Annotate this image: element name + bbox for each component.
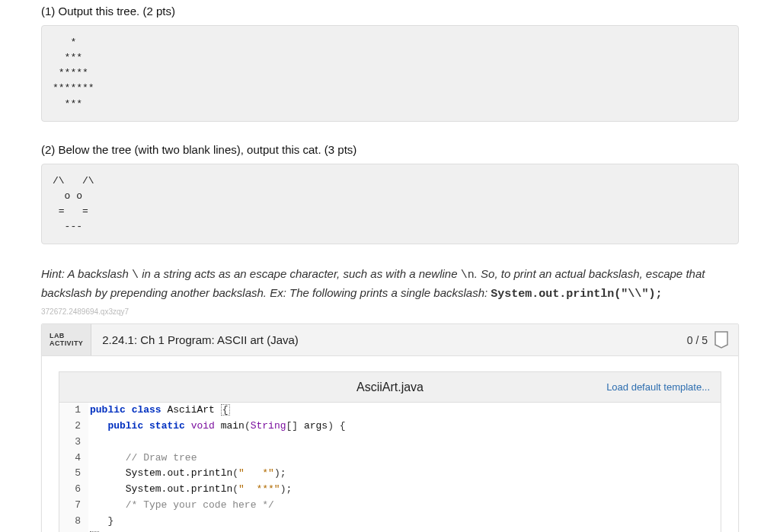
load-default-template-link[interactable]: Load default template... bbox=[606, 381, 721, 393]
line-number: 4 bbox=[59, 451, 88, 467]
code-line[interactable]: 4 // Draw tree bbox=[59, 451, 721, 467]
code-editor[interactable]: 1public class AsciiArt {2 public static … bbox=[59, 402, 721, 532]
code-line[interactable]: 1public class AsciiArt { bbox=[59, 403, 721, 419]
lab-header: LAB ACTIVITY 2.24.1: Ch 1 Program: ASCII… bbox=[42, 324, 738, 356]
code-line[interactable]: 7 /* Type your code here */ bbox=[59, 498, 721, 514]
code-text[interactable]: public static void main(String[] args) { bbox=[88, 419, 346, 435]
code-line[interactable]: 9} bbox=[59, 530, 721, 532]
hint-text: Hint: A backslash \ in a string acts as … bbox=[41, 266, 739, 303]
line-number: 1 bbox=[59, 403, 88, 419]
line-number: 3 bbox=[59, 435, 88, 451]
q1-output-box: * *** ***** ******* *** bbox=[41, 25, 739, 122]
line-number: 5 bbox=[59, 466, 88, 482]
code-text[interactable]: /* Type your code here */ bbox=[88, 498, 274, 514]
lab-activity-card: LAB ACTIVITY 2.24.1: Ch 1 Program: ASCII… bbox=[41, 323, 739, 532]
code-text[interactable]: } bbox=[88, 514, 113, 530]
bookmark-icon[interactable] bbox=[714, 331, 729, 349]
content-id: 372672.2489694.qx3zqy7 bbox=[41, 307, 739, 316]
code-line[interactable]: 2 public static void main(String[] args)… bbox=[59, 419, 721, 435]
line-number: 9 bbox=[59, 530, 88, 532]
hint-code: System.out.println("\\"); bbox=[491, 288, 662, 301]
code-text[interactable]: System.out.println(" ***"); bbox=[88, 482, 292, 498]
code-line[interactable]: 5 System.out.println(" *"); bbox=[59, 466, 721, 482]
line-number: 8 bbox=[59, 514, 88, 530]
line-number: 2 bbox=[59, 419, 88, 435]
code-text[interactable]: System.out.println(" *"); bbox=[88, 466, 286, 482]
code-line[interactable]: 6 System.out.println(" ***"); bbox=[59, 482, 721, 498]
line-number: 6 bbox=[59, 482, 88, 498]
code-text[interactable]: } bbox=[88, 530, 99, 532]
q2-prompt: (2) Below the tree (with two blank lines… bbox=[41, 143, 739, 156]
code-text[interactable]: // Draw tree bbox=[88, 451, 197, 467]
code-line[interactable]: 3 bbox=[59, 435, 721, 451]
q2-output-box: /\ /\ o o = = --- bbox=[41, 164, 739, 245]
file-bar: AsciiArt.java Load default template... bbox=[59, 371, 721, 402]
code-text[interactable] bbox=[88, 435, 90, 451]
lab-title: 2.24.1: Ch 1 Program: ASCII art (Java) bbox=[91, 324, 687, 355]
code-line[interactable]: 8 } bbox=[59, 514, 721, 530]
line-number: 7 bbox=[59, 498, 88, 514]
lab-badge: LAB ACTIVITY bbox=[42, 324, 91, 355]
lab-score: 0 / 5 bbox=[687, 334, 708, 346]
code-text[interactable]: public class AsciiArt { bbox=[88, 403, 230, 419]
q1-prompt: (1) Output this tree. (2 pts) bbox=[41, 5, 739, 18]
